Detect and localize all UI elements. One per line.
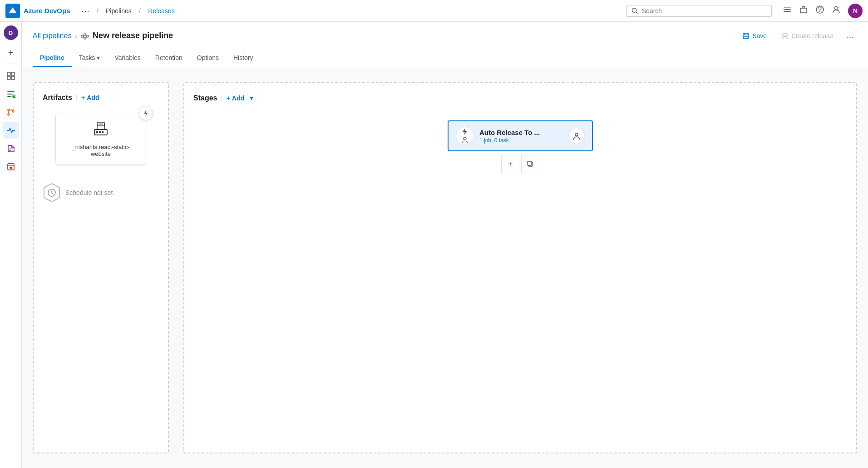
brand-logo[interactable]: Azure DevOps: [5, 4, 70, 18]
stage-person-icon: [461, 136, 469, 144]
svg-rect-30: [743, 33, 749, 39]
search-box[interactable]: [626, 5, 772, 17]
pipeline-canvas: Artifacts | + Add: [22, 67, 868, 468]
stage-actions: +: [501, 155, 539, 173]
svg-rect-11: [7, 76, 10, 80]
tab-options[interactable]: Options: [190, 50, 226, 67]
main-layout: D +: [0, 22, 868, 468]
svg-rect-24: [87, 35, 89, 37]
svg-rect-32: [744, 36, 748, 38]
sidebar-item-test[interactable]: [3, 140, 19, 157]
lightning-icon: [143, 110, 149, 116]
sidebar-add-button[interactable]: +: [5, 45, 16, 60]
tab-history[interactable]: History: [226, 50, 261, 67]
stages-title: Stages: [193, 94, 217, 102]
svg-rect-10: [11, 72, 15, 75]
add-artifact-button[interactable]: + Add: [81, 94, 99, 101]
artifacts-panel: Artifacts | + Add: [33, 82, 169, 453]
pipeline-title: New release pipeline: [81, 31, 173, 40]
search-icon: [631, 7, 638, 15]
nav-releases-link[interactable]: Releases: [144, 7, 178, 15]
schedule-text: Schedule not set: [65, 189, 113, 196]
svg-rect-12: [11, 76, 15, 80]
create-release-button[interactable]: Create release: [777, 30, 838, 42]
help-icon[interactable]: [815, 5, 824, 16]
user-avatar[interactable]: N: [848, 4, 863, 18]
sidebar-item-boards[interactable]: [3, 68, 19, 84]
schedule-icon: [43, 184, 61, 202]
tabs-bar: Pipeline Tasks ▾ Variables Retention Opt…: [22, 46, 868, 67]
add-stage-button[interactable]: + Add: [227, 95, 244, 102]
sidebar-item-pipelines[interactable]: [3, 122, 19, 139]
svg-point-39: [464, 137, 466, 140]
stage-left-icon: [456, 127, 474, 145]
artifacts-panel-header: Artifacts | + Add: [43, 94, 159, 102]
shopping-bag-icon[interactable]: [799, 5, 808, 16]
tab-variables[interactable]: Variables: [107, 50, 148, 67]
svg-rect-42: [528, 161, 532, 165]
sidebar: D +: [0, 22, 22, 468]
svg-rect-4: [784, 11, 791, 12]
sidebar-user-avatar[interactable]: D: [4, 25, 18, 40]
svg-point-8: [838, 7, 839, 8]
stage-info: Auto Release To ... 1 job, 0 task: [479, 129, 563, 144]
main-content: All pipelines › New release pipeli: [22, 22, 868, 468]
artifact-type-icon: [93, 120, 109, 140]
pipeline-name-text: New release pipeline: [93, 31, 173, 40]
svg-rect-36: [102, 131, 104, 133]
svg-rect-18: [9, 150, 11, 151]
svg-rect-17: [9, 149, 13, 149]
stage-approver-icon[interactable]: [568, 128, 585, 144]
plus-icon: +: [81, 94, 85, 101]
logo-icon: [5, 4, 20, 18]
artifact-name-text: _nishants.react-static-website: [63, 144, 138, 157]
stage-card-wrapper: Auto Release To ... 1 job, 0 task +: [193, 120, 847, 173]
tab-retention[interactable]: Retention: [148, 50, 190, 67]
stage-meta-text: 1 job, 0 task: [479, 137, 563, 144]
svg-point-20: [10, 167, 12, 169]
save-button[interactable]: Save: [738, 30, 771, 42]
svg-rect-23: [84, 37, 86, 39]
sidebar-item-artifacts[interactable]: [3, 159, 19, 175]
breadcrumb: All pipelines › New release pipeli: [33, 31, 173, 40]
svg-rect-34: [96, 131, 98, 133]
artifacts-title: Artifacts: [43, 94, 72, 102]
sidebar-divider: [4, 64, 18, 64]
pipeline-title-icon: [81, 32, 89, 40]
breadcrumb-separator: ›: [75, 32, 77, 40]
brand-name: Azure DevOps: [24, 7, 70, 15]
svg-rect-5: [800, 8, 807, 13]
sidebar-item-repos[interactable]: [3, 104, 19, 120]
nav-icons: N: [783, 4, 863, 18]
nav-more-button[interactable]: ⋯: [78, 6, 93, 16]
user-settings-icon[interactable]: [832, 5, 841, 16]
add-stage-inline-button[interactable]: +: [501, 155, 519, 173]
nav-pipelines-link[interactable]: Pipelines: [102, 7, 135, 15]
svg-rect-31: [745, 33, 747, 35]
svg-rect-9: [7, 72, 10, 75]
svg-point-16: [12, 110, 14, 112]
tab-tasks[interactable]: Tasks ▾: [72, 50, 108, 67]
list-icon[interactable]: [783, 5, 792, 16]
all-pipelines-link[interactable]: All pipelines: [33, 32, 71, 40]
search-input[interactable]: [642, 7, 767, 15]
top-nav: Azure DevOps ⋯ / Pipelines / Releases: [0, 0, 868, 22]
svg-point-7: [835, 7, 838, 10]
schedule-badge[interactable]: Schedule not set: [43, 184, 159, 202]
clone-stage-button[interactable]: [521, 155, 539, 173]
page-header: All pipelines › New release pipeli: [22, 22, 868, 42]
more-options-button[interactable]: ...: [843, 29, 857, 42]
artifact-trigger-button[interactable]: [138, 106, 153, 120]
stage-card[interactable]: Auto Release To ... 1 job, 0 task: [448, 120, 593, 151]
header-actions: Save Create release ...: [738, 29, 857, 42]
svg-line-1: [636, 12, 637, 13]
stages-plus-icon: +: [227, 95, 230, 102]
stage-name-text: Auto Release To ...: [479, 129, 563, 136]
tasks-dropdown-icon: ▾: [97, 54, 100, 61]
tab-pipeline[interactable]: Pipeline: [33, 50, 72, 67]
artifact-card: _nishants.react-static-website: [55, 113, 146, 165]
save-icon: [742, 32, 750, 40]
sidebar-item-sprints[interactable]: [3, 86, 19, 102]
svg-rect-22: [84, 34, 86, 35]
stages-panel-header: Stages | + Add ▾: [193, 94, 847, 102]
